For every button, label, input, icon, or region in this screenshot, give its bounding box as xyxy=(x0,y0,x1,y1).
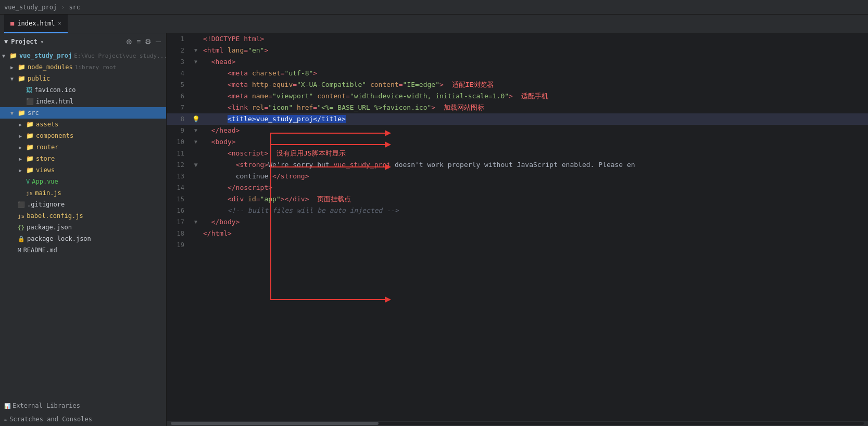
line-content-18: </html> xyxy=(201,228,868,239)
sidebar-section-scratches[interactable]: ✏ Scratches and Consoles xyxy=(0,412,166,426)
library-root-label: library root xyxy=(75,64,116,71)
code-line-14: 14 </noscript> xyxy=(167,182,868,193)
code-line-3: 3 ▼ <head> xyxy=(167,56,868,68)
tree-item-components[interactable]: ▶ 📁 components xyxy=(0,130,166,141)
fold-9[interactable]: ▼ xyxy=(194,125,197,136)
code-line-1: 1 <!DOCTYPE html> xyxy=(167,33,868,45)
tree-item-index-html[interactable]: ⬛ index.html xyxy=(0,96,166,107)
editor-area: 1 <!DOCTYPE html> 2 ▼ <html lang="en"> 3… xyxy=(167,33,868,426)
code-line-18: 18 </html> xyxy=(167,228,868,239)
tree-item-package-json[interactable]: {} package.json xyxy=(0,222,166,233)
tree-label-src: src xyxy=(28,109,39,117)
tree-item-assets[interactable]: ▶ 📁 assets xyxy=(0,119,166,130)
folder-components-icon: 📁 xyxy=(26,132,34,139)
fold-17[interactable]: ▼ xyxy=(194,216,197,228)
code-lines: 1 <!DOCTYPE html> 2 ▼ <html lang="en"> 3… xyxy=(167,33,868,251)
fold-3[interactable]: ▼ xyxy=(194,56,197,68)
sidebar-header: ▼ Project ▾ ⊕ ≡ ⚙ ─ xyxy=(0,33,166,50)
line-num-17: 17 xyxy=(167,216,191,228)
horizontal-scrollbar[interactable] xyxy=(167,421,868,426)
tab-html-icon: ■ xyxy=(10,20,14,27)
tab-index-html[interactable]: ■ index.html ✕ xyxy=(4,15,68,33)
minimize-btn[interactable]: ─ xyxy=(155,36,162,47)
title-bar: vue_study_proj › src xyxy=(0,0,868,15)
sidebar-title: ▼ Project ▾ xyxy=(4,38,44,45)
line-content-15: <div id="app"></div> 页面挂载点 xyxy=(201,193,868,205)
tree-label-favicon: favicon.ico xyxy=(34,86,76,94)
tree-item-package-lock[interactable]: 🔒 package-lock.json xyxy=(0,233,166,244)
tree-item-readme[interactable]: M README.md xyxy=(0,244,166,256)
tree-item-gitignore[interactable]: ⬛ .gitignore xyxy=(0,199,166,210)
line-gutter-10: ▼ xyxy=(191,136,201,148)
tree-item-store[interactable]: ▶ 📁 store xyxy=(0,153,166,164)
project-icon: ▼ xyxy=(4,38,8,45)
file-readme-icon: M xyxy=(18,247,21,254)
line-num-13: 13 xyxy=(167,171,191,182)
file-html-icon: ⬛ xyxy=(26,98,34,105)
tree-item-favicon[interactable]: 🖼 favicon.ico xyxy=(0,84,166,96)
tree-arrow-store: ▶ xyxy=(19,156,26,162)
line-gutter-7 xyxy=(191,102,201,113)
line-num-5: 5 xyxy=(167,79,191,91)
tree-item-router[interactable]: ▶ 📁 router xyxy=(0,141,166,153)
line-gutter-14 xyxy=(191,182,201,193)
line-gutter-15 xyxy=(191,193,201,205)
line-content-13: continue.</strong> xyxy=(201,171,868,182)
tree-arrow-assets: ▶ xyxy=(19,122,26,127)
fold-10[interactable]: ▼ xyxy=(194,136,197,148)
tree-item-public[interactable]: ▼ 📁 public xyxy=(0,73,166,84)
external-libs-label: External Libraries xyxy=(12,402,80,409)
sidebar: ▼ Project ▾ ⊕ ≡ ⚙ ─ ▼ 📁 vue_study_proj E… xyxy=(0,33,167,426)
locate-file-btn[interactable]: ⊕ xyxy=(125,36,133,47)
line-content-8: <title>vue_study_proj</title> xyxy=(201,113,868,125)
folder-store-icon: 📁 xyxy=(26,155,34,162)
line-num-8: 8 xyxy=(167,113,191,125)
fold-2[interactable]: ▼ xyxy=(194,45,197,56)
line-content-9: </head> xyxy=(201,125,868,136)
tree-item-app-vue[interactable]: V App.vue xyxy=(0,176,166,187)
folder-src-icon: 📁 xyxy=(18,109,26,117)
folder-router-icon: 📁 xyxy=(26,144,34,151)
code-line-8: 8 💡 <title>vue_study_proj</title> xyxy=(167,113,868,125)
line-content-19 xyxy=(201,239,868,251)
tab-close-btn[interactable]: ✕ xyxy=(58,20,61,26)
line-num-6: 6 xyxy=(167,91,191,102)
tree-item-views[interactable]: ▶ 📁 views xyxy=(0,164,166,176)
tree-item-node-modules[interactable]: ▶ 📁 node_modules library root xyxy=(0,61,166,73)
tree-item-src[interactable]: ▼ 📁 src xyxy=(0,107,166,119)
external-libs-icon: 📊 xyxy=(4,403,10,409)
settings-btn[interactable]: ⚙ xyxy=(144,36,153,47)
tree-arrow-root: ▼ xyxy=(2,53,9,59)
bulb-icon[interactable]: 💡 xyxy=(192,113,200,125)
line-num-19: 19 xyxy=(167,239,191,251)
sidebar-section-external[interactable]: 📊 External Libraries xyxy=(0,399,166,412)
tree-item-main-js[interactable]: js main.js xyxy=(0,187,166,199)
line-num-14: 14 xyxy=(167,182,191,193)
tree-arrow-views: ▶ xyxy=(19,167,26,173)
scratches-label: Scratches and Consoles xyxy=(9,416,92,423)
tree-label-components: components xyxy=(36,132,73,139)
fold-12[interactable]: ▼ xyxy=(194,159,197,171)
scrollbar-thumb[interactable] xyxy=(171,422,379,425)
tree-label-assets: assets xyxy=(36,121,58,128)
scrollbar-track[interactable] xyxy=(171,422,864,425)
tree-item-root[interactable]: ▼ 📁 vue_study_proj E:\Vue_Project\vue_st… xyxy=(0,50,166,61)
editor-toolbar: ■ index.html ✕ xyxy=(0,15,868,33)
tree-item-babel[interactable]: js babel.config.js xyxy=(0,210,166,222)
line-gutter-5 xyxy=(191,79,201,91)
collapse-all-btn[interactable]: ≡ xyxy=(135,36,142,47)
code-line-11: 11 <noscript> 没有启用JS脚本时显示 xyxy=(167,148,868,159)
line-num-16: 16 xyxy=(167,205,191,216)
line-content-1: <!DOCTYPE html> xyxy=(201,33,868,45)
code-editor[interactable]: 1 <!DOCTYPE html> 2 ▼ <html lang="en"> 3… xyxy=(167,33,868,421)
tab-label: index.html xyxy=(17,20,55,27)
file-package-icon: {} xyxy=(18,224,24,231)
file-gitignore-icon: ⬛ xyxy=(18,201,25,208)
main-layout: ▼ Project ▾ ⊕ ≡ ⚙ ─ ▼ 📁 vue_study_proj E… xyxy=(0,33,868,426)
sidebar-tree: ▼ 📁 vue_study_proj E:\Vue_Project\vue_st… xyxy=(0,50,166,399)
line-content-5: <meta http-equiv="X-UA-Compatible" conte… xyxy=(201,79,868,91)
line-gutter-1 xyxy=(191,33,201,45)
line-num-10: 10 xyxy=(167,136,191,148)
file-js-icon: js xyxy=(26,190,33,197)
tree-label-gitignore: .gitignore xyxy=(27,201,65,208)
